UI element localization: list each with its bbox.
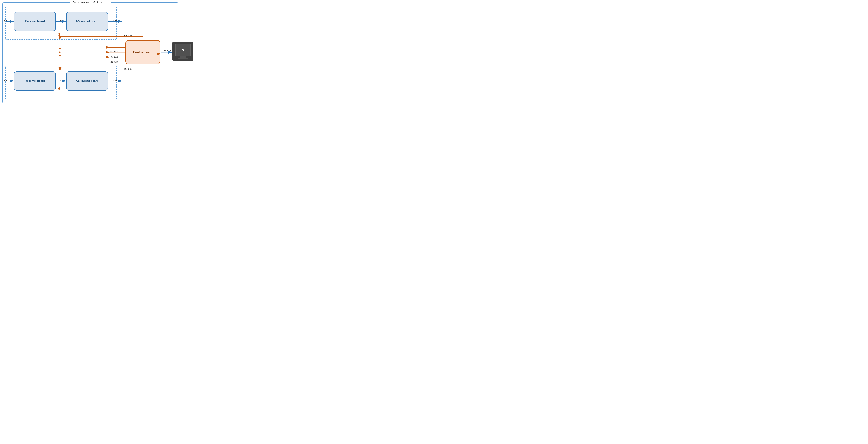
label-rf-bottom: RF xyxy=(4,79,7,82)
pc-screen: PC xyxy=(175,44,191,56)
dot-3 xyxy=(59,55,61,56)
pc-box: PC xyxy=(173,42,193,61)
label-rs232-1: RS-232 xyxy=(110,50,118,53)
asi-board-top: ASI output board xyxy=(66,12,108,31)
number-1: 1 xyxy=(58,32,60,37)
label-rs232-3: RS-232 xyxy=(110,61,118,63)
outer-box-title: Receiver with ASI output xyxy=(70,0,111,4)
receiver-board-bottom: Receiver board xyxy=(14,71,56,91)
label-ts-top: TS xyxy=(60,20,63,23)
dot-2 xyxy=(59,52,61,53)
label-ts-bottom: TS xyxy=(60,79,63,82)
number-6: 6 xyxy=(58,87,60,91)
receiver-board-top: Receiver board xyxy=(14,12,56,31)
label-rs232-bottom: RS-232 xyxy=(124,68,132,70)
label-asi-bottom: ASI xyxy=(113,79,117,82)
label-asi-top: ASI xyxy=(113,20,117,23)
control-board: Control board xyxy=(125,40,160,64)
pc-stand xyxy=(180,57,186,58)
label-rs232-top: RS-232 xyxy=(124,35,132,38)
pc-label: PC xyxy=(181,48,185,52)
asi-board-bottom: ASI output board xyxy=(66,71,108,91)
dot-1 xyxy=(59,48,61,49)
label-tcpip: TCP/IP xyxy=(164,49,172,52)
label-rf-top: RF xyxy=(4,20,7,23)
pc-base xyxy=(178,58,188,59)
diagram: Receiver with ASI output Receiver board … xyxy=(0,0,209,107)
label-rs232-2: RS-232 xyxy=(110,55,118,58)
